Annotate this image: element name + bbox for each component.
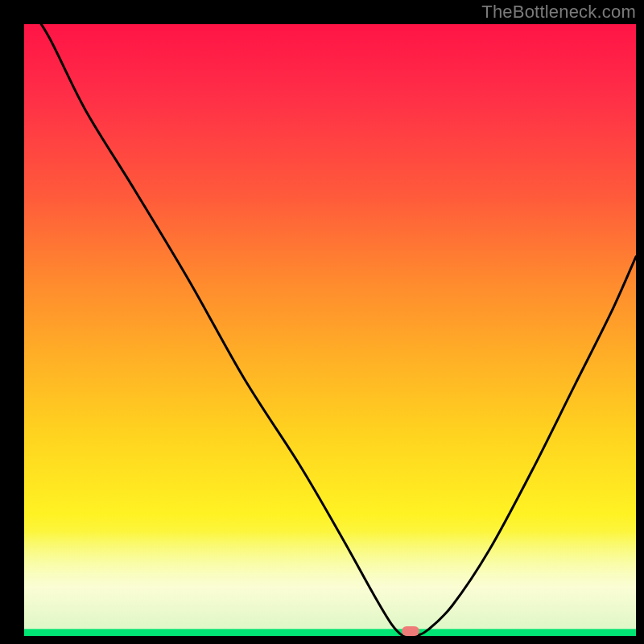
attribution-label: TheBottleneck.com bbox=[481, 2, 636, 23]
bottleneck-curve bbox=[24, 24, 636, 636]
optimal-point-marker bbox=[402, 626, 419, 636]
chart-frame: TheBottleneck.com bbox=[0, 0, 644, 644]
plot-area bbox=[24, 24, 636, 636]
